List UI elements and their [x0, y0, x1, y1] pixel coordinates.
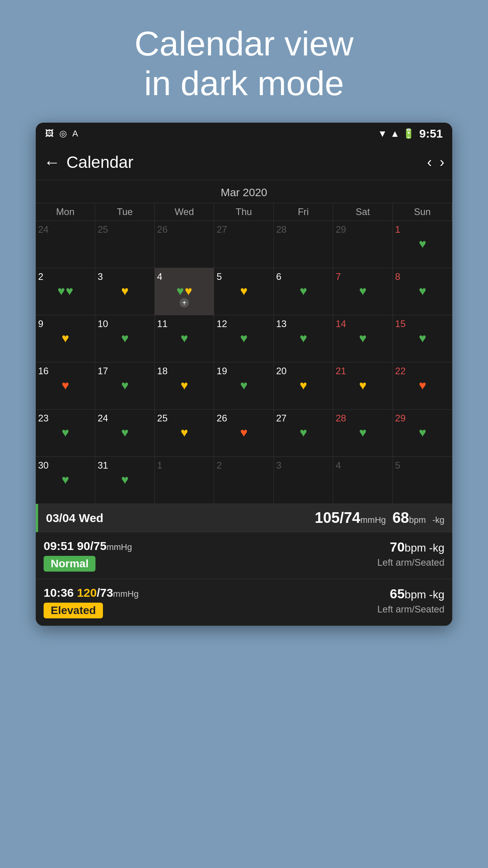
calendar-day[interactable]: 5: [393, 457, 452, 504]
calendar-day-30[interactable]: 30 ♥: [36, 457, 95, 504]
calendar-day-17[interactable]: 17 ♥: [95, 362, 154, 410]
heart-icon: ♥: [181, 379, 188, 392]
heart-icon: ♥: [185, 285, 192, 297]
calendar-day[interactable]: 2: [214, 457, 273, 504]
reading-bp-1: 90/75: [77, 539, 106, 552]
calendar-day-18[interactable]: 18 ♥: [155, 362, 214, 410]
summary-date: 03/04 Wed: [46, 511, 315, 525]
calendar-day[interactable]: 4: [333, 457, 393, 504]
calendar-day-23[interactable]: 23 ♥: [36, 410, 95, 457]
calendar-day-14[interactable]: 14 ♥: [333, 315, 393, 362]
calendar-day-10[interactable]: 10 ♥: [95, 315, 154, 362]
reading-right-2: 65bpm -kg Left arm/Seated: [377, 586, 444, 615]
calendar-day-22[interactable]: 22 ♥: [393, 362, 452, 410]
calendar-day-28[interactable]: 28 ♥: [333, 410, 393, 457]
heart-icon: ♥: [240, 285, 248, 297]
heart-icon: ♥: [419, 237, 426, 250]
weekday-sun: Sun: [393, 203, 452, 221]
calendar-day-16[interactable]: 16 ♥: [36, 362, 95, 410]
heart-icon: ♥: [121, 332, 128, 344]
heart-icon: ♥: [62, 379, 69, 392]
calendar-day-19[interactable]: 19 ♥: [214, 362, 273, 410]
heart-icon: ♥: [419, 332, 426, 344]
calendar-day-13[interactable]: 13 ♥: [274, 315, 333, 362]
reading-left-2: 10:36 120/73mmHg Elevated: [44, 586, 377, 618]
summary-row[interactable]: 03/04 Wed 105/74mmHg 68bpm -kg: [36, 504, 452, 532]
reading-location-2: Left arm/Seated: [377, 604, 444, 615]
calendar-day-8[interactable]: 8 ♥: [393, 268, 452, 315]
calendar-day[interactable]: 29: [333, 221, 393, 268]
summary-weight: -kg: [432, 515, 444, 525]
heart-icon: ♥: [240, 332, 248, 344]
status-bar-left: 🖼 ◎ A: [45, 129, 78, 139]
weekday-wed: Wed: [155, 203, 214, 221]
reading-time-2: 10:36: [44, 586, 77, 599]
calendar-day-7[interactable]: 7 ♥: [333, 268, 393, 315]
heart-icon: ♥: [299, 285, 307, 297]
calendar-day-2[interactable]: 2 ♥ ♥: [36, 268, 95, 315]
calendar-day[interactable]: 27: [214, 221, 273, 268]
heart-icon: ♥: [419, 379, 426, 392]
weekday-thu: Thu: [214, 203, 273, 221]
calendar-day-20[interactable]: 20 ♥: [274, 362, 333, 410]
calendar-container: Mar 2020 Mon Tue Wed Thu Fri Sat Sun 24 …: [36, 180, 452, 504]
reading-row-1[interactable]: 09:51 90/75mmHg Normal 70bpm -kg Left ar…: [36, 532, 452, 579]
heart-icon: ♥: [62, 473, 69, 486]
calendar-day-12[interactable]: 12 ♥: [214, 315, 273, 362]
reading-bpm-2: 65bpm -kg: [377, 586, 444, 601]
calendar-day-5[interactable]: 5 ♥: [214, 268, 273, 315]
status-badge-normal: Normal: [44, 556, 95, 572]
status-bar-right: ▼ ▲ 🔋 9:51: [378, 127, 443, 140]
heart-icon: ♥: [240, 426, 248, 439]
calendar-day-21[interactable]: 21 ♥: [333, 362, 393, 410]
calendar-day-3[interactable]: 3 ♥: [95, 268, 154, 315]
app-bar-title: Calendar: [66, 153, 427, 172]
reading-left-1: 09:51 90/75mmHg Normal: [44, 539, 377, 572]
heart-icon: ♥: [359, 285, 367, 297]
weekday-tue: Tue: [95, 203, 154, 221]
reading-location-1: Left arm/Seated: [377, 557, 444, 568]
heart-icon: ♥: [419, 285, 426, 297]
calendar-day-27[interactable]: 27 ♥: [274, 410, 333, 457]
back-button[interactable]: ←: [44, 153, 60, 172]
calendar-day-9[interactable]: 9 ♥: [36, 315, 95, 362]
heart-icon: ♥: [62, 426, 69, 439]
calendar-day[interactable]: 24: [36, 221, 95, 268]
heart-icon: ♥: [359, 332, 367, 344]
heart-icon: ♥: [176, 285, 184, 297]
calendar-day[interactable]: 26: [155, 221, 214, 268]
calendar-day-29[interactable]: 29 ♥: [393, 410, 452, 457]
calendar-day-26[interactable]: 26 ♥: [214, 410, 273, 457]
calendar-day-15[interactable]: 15 ♥: [393, 315, 452, 362]
calendar-day-24[interactable]: 24 ♥: [95, 410, 154, 457]
status-badge-elevated: Elevated: [44, 603, 103, 618]
calendar-day[interactable]: 28: [274, 221, 333, 268]
prev-month-button[interactable]: ‹: [427, 154, 432, 171]
calendar-day-6[interactable]: 6 ♥: [274, 268, 333, 315]
heart-icon: ♥: [299, 426, 307, 439]
page-title: Calendar view in dark mode: [0, 0, 488, 123]
calendar-day[interactable]: 25: [95, 221, 154, 268]
status-time: 9:51: [419, 127, 443, 140]
next-month-button[interactable]: ›: [440, 154, 444, 171]
calendar-day[interactable]: 1: [155, 457, 214, 504]
calendar-day-4[interactable]: 4 ♥ ♥ +: [155, 268, 214, 315]
heart-icon: ♥: [62, 332, 69, 344]
calendar-day-31[interactable]: 31 ♥: [95, 457, 154, 504]
status-bar: 🖼 ◎ A ▼ ▲ 🔋 9:51: [36, 123, 452, 145]
calendar-day-1[interactable]: 1 ♥: [393, 221, 452, 268]
heart-icon: ♥: [121, 473, 128, 486]
reading-right-1: 70bpm -kg Left arm/Seated: [377, 539, 444, 568]
heart-icon: ♥: [299, 332, 307, 344]
calendar-day[interactable]: 3: [274, 457, 333, 504]
location-icon: ◎: [59, 129, 67, 139]
calendar-day-11[interactable]: 11 ♥: [155, 315, 214, 362]
calendar-day-25[interactable]: 25 ♥: [155, 410, 214, 457]
summary-bpm-unit: bpm: [409, 515, 426, 525]
reading-row-2[interactable]: 10:36 120/73mmHg Elevated 65bpm -kg Left…: [36, 579, 452, 626]
heart-icon: ♥: [57, 285, 65, 297]
summary-unit: mmHg: [360, 515, 386, 525]
weekday-mon: Mon: [36, 203, 95, 221]
app-bar: ← Calendar ‹ ›: [36, 145, 452, 180]
heart-icon: ♥: [240, 379, 248, 392]
